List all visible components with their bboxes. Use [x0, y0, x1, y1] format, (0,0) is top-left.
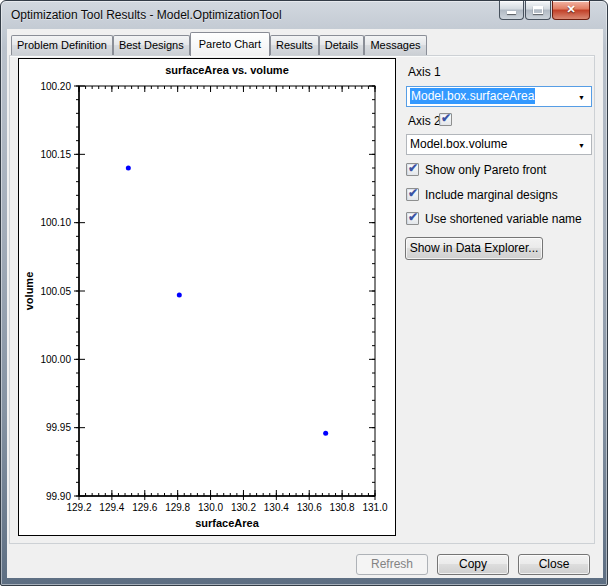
svg-text:129.4: 129.4 [99, 502, 124, 513]
minimize-icon [507, 11, 516, 14]
maximize-icon [533, 6, 543, 14]
check-icon: ✔ [441, 111, 451, 125]
close-button[interactable]: ✕ [552, 1, 590, 20]
check-icon: ✔ [408, 210, 418, 224]
tab-strip: Problem Definition Best Designs Pareto C… [11, 33, 427, 56]
tab-best-designs[interactable]: Best Designs [113, 35, 190, 55]
svg-text:99.90: 99.90 [46, 491, 71, 502]
chevron-down-icon[interactable]: ▼ [578, 94, 585, 101]
svg-text:129.2: 129.2 [66, 502, 91, 513]
include-marginal-designs-checkbox[interactable]: ✔ [406, 188, 419, 201]
svg-text:130.4: 130.4 [264, 502, 289, 513]
maximize-button[interactable] [525, 1, 551, 20]
close-icon: ✕ [553, 1, 589, 18]
close-dialog-button[interactable]: Close [518, 554, 590, 575]
svg-text:129.6: 129.6 [132, 502, 157, 513]
svg-text:100.10: 100.10 [40, 217, 71, 228]
axis2-selected-value: Model.box.volume [410, 137, 507, 151]
include-marginal-designs-label: Include marginal designs [425, 188, 558, 202]
svg-text:130.8: 130.8 [330, 502, 355, 513]
pareto-chart-panel[interactable]: 129.2129.4129.6129.8130.0130.2130.4130.6… [18, 58, 396, 536]
tab-messages[interactable]: Messages [364, 35, 426, 55]
svg-text:130.6: 130.6 [297, 502, 322, 513]
show-in-data-explorer-button[interactable]: Show in Data Explorer... [405, 237, 543, 260]
svg-text:99.95: 99.95 [46, 422, 71, 433]
check-icon: ✔ [408, 186, 418, 200]
tab-details[interactable]: Details [319, 35, 365, 55]
show-pareto-front-label: Show only Pareto front [425, 163, 546, 177]
svg-text:100.00: 100.00 [40, 354, 71, 365]
svg-text:129.8: 129.8 [165, 502, 190, 513]
svg-text:100.15: 100.15 [40, 149, 71, 160]
axis2-checkbox[interactable]: ✔ [439, 113, 452, 126]
tab-problem-definition[interactable]: Problem Definition [11, 35, 113, 55]
show-pareto-front-checkbox[interactable]: ✔ [406, 163, 419, 176]
copy-button[interactable]: Copy [437, 554, 509, 575]
svg-text:130.0: 130.0 [198, 502, 223, 513]
check-icon: ✔ [408, 161, 418, 175]
use-shortened-name-checkbox[interactable]: ✔ [406, 212, 419, 225]
minimize-button[interactable] [499, 1, 524, 20]
axis2-combobox[interactable]: Model.box.volume ▼ [406, 134, 592, 155]
chevron-down-icon[interactable]: ▼ [578, 142, 585, 149]
dialog-window: Optimization Tool Results - Model.Optimi… [0, 0, 608, 586]
tab-results[interactable]: Results [270, 35, 319, 55]
axis2-label: Axis 2 [408, 114, 441, 128]
axis1-combobox[interactable]: Model.box.surfaceArea ▼ [406, 86, 592, 107]
title-bar[interactable]: Optimization Tool Results - Model.Optimi… [1, 1, 607, 29]
svg-text:100.05: 100.05 [40, 286, 71, 297]
svg-text:surfaceArea: surfaceArea [195, 517, 259, 529]
svg-text:130.2: 130.2 [231, 502, 256, 513]
axis1-label: Axis 1 [408, 65, 441, 79]
window-title: Optimization Tool Results - Model.Optimi… [11, 8, 282, 22]
dialog-client-area: Problem Definition Best Designs Pareto C… [7, 29, 603, 578]
tab-pareto-chart[interactable]: Pareto Chart [190, 32, 270, 56]
svg-text:131.0: 131.0 [362, 502, 387, 513]
pareto-scatter-chart[interactable]: 129.2129.4129.6129.8130.0130.2130.4130.6… [19, 59, 395, 535]
refresh-button[interactable]: Refresh [356, 554, 428, 575]
use-shortened-name-label: Use shortened variable name [425, 212, 582, 226]
svg-text:volume: volume [23, 272, 35, 311]
svg-text:surfaceArea vs. volume: surfaceArea vs. volume [165, 64, 289, 76]
svg-text:100.20: 100.20 [40, 81, 71, 92]
axis1-selected-value: Model.box.surfaceArea [410, 88, 535, 104]
